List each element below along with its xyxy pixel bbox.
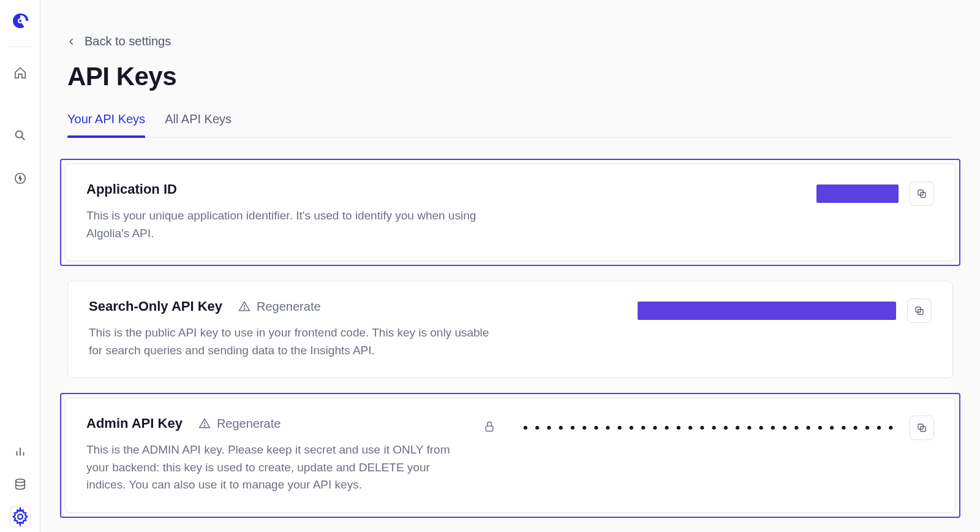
application-id-card-highlight: Application ID This is your unique appli…: [60, 159, 960, 266]
svg-point-13: [244, 309, 244, 310]
sidebar-settings[interactable]: [10, 506, 31, 527]
application-id-value-redacted: [816, 184, 899, 203]
search-only-card-wrap: Search-Only API Key Regenerate This is t…: [67, 281, 953, 378]
copy-admin-key-button[interactable]: [910, 416, 934, 440]
lock-icon: [483, 420, 496, 436]
tab-your-api-keys[interactable]: Your API Keys: [67, 112, 145, 137]
search-only-value-redacted: [638, 302, 896, 320]
svg-point-17: [204, 426, 205, 427]
tabs: Your API Keys All API Keys: [67, 112, 953, 138]
copy-application-id-button[interactable]: [910, 181, 934, 206]
admin-api-key-card-highlight: Admin API Key Regenerate This is the ADM…: [60, 393, 960, 518]
admin-api-key-description: This is the ADMIN API key. Please keep i…: [86, 441, 459, 494]
admin-api-key-card: Admin API Key Regenerate This is the ADM…: [65, 398, 956, 513]
copy-icon: [916, 422, 927, 433]
algolia-logo: [10, 11, 30, 33]
search-only-card: Search-Only API Key Regenerate This is t…: [67, 281, 953, 378]
back-to-settings-link[interactable]: Back to settings: [67, 34, 953, 48]
admin-api-key-masked: ••••••••••••••••••••••••••••••••: [521, 420, 899, 436]
copy-icon: [914, 305, 925, 316]
regenerate-label: Regenerate: [257, 300, 321, 314]
warning-icon: [238, 300, 251, 313]
admin-api-key-title: Admin API Key: [86, 416, 183, 431]
sidebar-data[interactable]: [10, 474, 30, 494]
search-only-description: This is the public API key to use in you…: [89, 324, 505, 359]
sidebar: [0, 0, 40, 532]
sidebar-divider: [9, 47, 31, 47]
svg-point-2: [15, 131, 22, 138]
application-id-title: Application ID: [86, 181, 177, 197]
application-id-description: This is your unique application identifi…: [86, 207, 503, 242]
warning-icon: [198, 417, 211, 430]
sidebar-recommend[interactable]: [10, 169, 30, 188]
copy-icon: [916, 188, 927, 199]
svg-point-1: [19, 20, 21, 22]
svg-point-9: [18, 514, 23, 519]
copy-search-only-button[interactable]: [907, 298, 932, 323]
regenerate-search-only-button[interactable]: Regenerate: [238, 300, 321, 314]
svg-rect-18: [486, 426, 493, 431]
tab-all-api-keys[interactable]: All API Keys: [165, 112, 232, 137]
regenerate-admin-button[interactable]: Regenerate: [198, 417, 281, 431]
back-label: Back to settings: [85, 34, 171, 48]
sidebar-home[interactable]: [10, 63, 30, 83]
regenerate-label: Regenerate: [217, 417, 281, 431]
svg-line-3: [21, 137, 24, 140]
search-only-title: Search-Only API Key: [89, 298, 222, 314]
sidebar-analytics[interactable]: [10, 441, 30, 461]
svg-point-8: [15, 479, 24, 483]
main-content: Back to settings API Keys Your API Keys …: [40, 0, 980, 532]
chevron-left-icon: [67, 37, 76, 46]
sidebar-search[interactable]: [10, 126, 30, 145]
application-id-card: Application ID This is your unique appli…: [65, 164, 956, 261]
page-title: API Keys: [67, 62, 953, 91]
